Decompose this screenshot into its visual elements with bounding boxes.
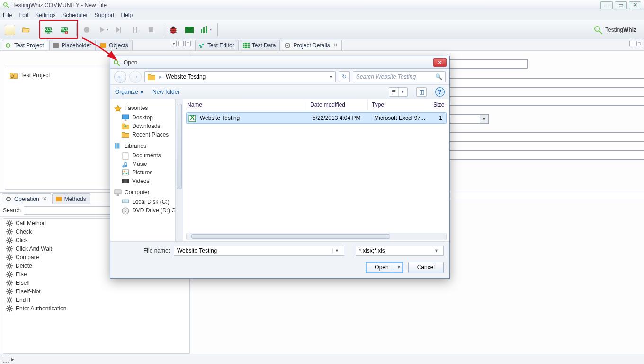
mail-button[interactable] — [182, 23, 197, 37]
column-size[interactable]: Size — [429, 99, 448, 110]
scrollbar-thumb[interactable] — [191, 234, 390, 239]
sidebar-item-desktop[interactable]: Desktop — [114, 113, 183, 122]
operation-item[interactable]: Enter Authentication — [3, 304, 189, 313]
file-filter-combo[interactable]: *.xlsx;*.xls▼ — [356, 246, 444, 256]
sidebar-item-music[interactable]: Music — [114, 160, 183, 168]
panel-menu-button[interactable]: ▾ — [171, 41, 177, 46]
sidebar-item-dvd[interactable]: DVD Drive (D:) GF — [114, 206, 183, 215]
panel-maximize-button[interactable]: □ — [185, 41, 191, 46]
form-field[interactable] — [447, 59, 528, 69]
menu-file[interactable]: File — [3, 12, 12, 18]
column-type[interactable]: Type — [368, 99, 429, 110]
breadcrumb-label: Website Testing — [166, 73, 206, 80]
organize-menu[interactable]: Organize ▼ — [115, 89, 144, 95]
form-dropdown[interactable]: ▼ — [447, 114, 489, 124]
svg-line-117 — [11, 301, 12, 302]
sidebar-item-recent[interactable]: Recent Places — [114, 130, 183, 139]
panel-maximize-button[interactable]: □ — [636, 41, 642, 46]
file-name-combo[interactable]: Website Testing▼ — [174, 246, 344, 256]
file-row[interactable]: X Website Testing 5/22/2013 4:04 PM Micr… — [186, 112, 447, 124]
tab-objects[interactable]: Objects — [97, 40, 133, 50]
sidebar-item-downloads[interactable]: Downloads — [114, 122, 183, 130]
record-button[interactable] — [80, 23, 94, 37]
tab-test-project[interactable]: Test Project — [2, 40, 48, 50]
menu-settings[interactable]: Settings — [35, 12, 55, 18]
import-excel-button[interactable]: EXCEL — [41, 23, 55, 37]
list-scrollbar[interactable] — [186, 233, 447, 240]
tab-operation[interactable]: Operation ✕ — [2, 193, 51, 204]
stop-button[interactable] — [144, 23, 158, 37]
form-field[interactable] — [447, 191, 644, 200]
new-file-button[interactable] — [3, 23, 17, 37]
svg-point-28 — [7, 197, 10, 201]
svg-rect-24 — [243, 43, 250, 48]
svg-point-102 — [8, 290, 11, 293]
column-date[interactable]: Date modified — [306, 99, 368, 110]
sidebar-item-localdisk[interactable]: Local Disk (C:) — [114, 198, 183, 206]
svg-line-64 — [7, 250, 8, 251]
menu-help[interactable]: Help — [121, 12, 133, 18]
form-field[interactable] — [447, 132, 644, 142]
cancel-button[interactable]: Cancel — [408, 262, 444, 273]
toolbar-separator — [217, 23, 218, 36]
form-field[interactable] — [447, 150, 644, 160]
close-tab-icon[interactable]: ✕ — [333, 42, 338, 48]
operation-item[interactable]: ElseIf-Not — [3, 287, 189, 296]
open-button[interactable]: Open▼ — [366, 262, 403, 273]
svg-line-54 — [11, 242, 12, 243]
stop-icon — [147, 26, 155, 34]
tab-placeholder[interactable]: Placeholder — [49, 40, 96, 50]
nav-back-button[interactable]: ← — [114, 71, 126, 83]
refresh-button[interactable]: ↻ — [339, 71, 350, 82]
window-close-button[interactable]: ✕ — [629, 1, 641, 9]
close-tab-icon[interactable]: ✕ — [43, 196, 47, 202]
panel-minimize-button[interactable]: — — [178, 41, 184, 46]
dialog-help-button[interactable]: ? — [435, 87, 445, 97]
tab-methods[interactable]: Methods — [52, 193, 90, 204]
pause-button[interactable] — [128, 23, 142, 37]
open-file-button[interactable] — [19, 23, 33, 37]
column-name[interactable]: Name — [183, 99, 306, 110]
dialog-search-input[interactable]: Search Website Testing 🔍 — [353, 71, 446, 82]
dialog-close-button[interactable]: ✕ — [433, 58, 447, 67]
tab-project-details[interactable]: Project Details ✕ — [281, 40, 341, 50]
chart-button[interactable]: ▾ — [198, 23, 213, 37]
window-minimize-button[interactable]: — — [600, 1, 613, 9]
view-mode-button[interactable]: ☰▼ — [389, 87, 408, 97]
svg-point-136 — [124, 171, 125, 172]
sidebar-computer[interactable]: Computer — [114, 189, 183, 196]
menu-edit[interactable]: Edit — [18, 12, 28, 18]
panel-minimize-button[interactable]: — — [629, 41, 635, 46]
form-field[interactable] — [447, 78, 644, 88]
videos-icon — [122, 178, 129, 184]
form-field[interactable] — [447, 96, 644, 106]
play-button[interactable]: ▾ — [96, 23, 110, 37]
export-excel-button[interactable]: EXCEL — [57, 23, 72, 37]
bars-icon — [200, 26, 209, 34]
operation-item[interactable]: End If — [3, 296, 189, 304]
sidebar-item-pictures[interactable]: Pictures — [114, 168, 183, 177]
menu-support[interactable]: Support — [94, 12, 114, 18]
menu-scheduler[interactable]: Scheduler — [62, 12, 88, 18]
new-folder-button[interactable]: New folder — [152, 89, 179, 95]
step-button[interactable] — [112, 23, 126, 37]
status-handle-icon[interactable] — [3, 356, 9, 363]
sidebar-item-documents[interactable]: Documents — [114, 151, 183, 160]
tab-label: Test Project — [14, 42, 44, 49]
tab-test-data[interactable]: Test Data — [240, 40, 280, 50]
dialog-title-bar[interactable]: Open ✕ — [110, 56, 449, 69]
window-restore-button[interactable]: ▭ — [615, 1, 627, 9]
sidebar-libraries[interactable]: Libraries — [114, 143, 183, 149]
operation-item[interactable]: ElseIf — [3, 279, 189, 287]
bug-button[interactable] — [166, 23, 180, 37]
tab-test-editor[interactable]: Test Editor — [195, 40, 239, 50]
breadcrumb-address[interactable]: ▸ Website Testing ▾ — [144, 71, 336, 82]
preview-pane-button[interactable]: ◫ — [416, 87, 427, 97]
sidebar-scrollbar[interactable] — [175, 99, 183, 241]
sidebar-item-videos[interactable]: Videos — [114, 177, 183, 185]
nav-forward-button[interactable]: → — [129, 71, 142, 83]
chevron-down-icon[interactable]: ▾ — [330, 73, 332, 80]
scrollbar-thumb[interactable] — [177, 104, 182, 189]
status-handle-arrow: ▸ — [11, 356, 14, 363]
sidebar-favorites[interactable]: Favorites — [114, 105, 183, 111]
